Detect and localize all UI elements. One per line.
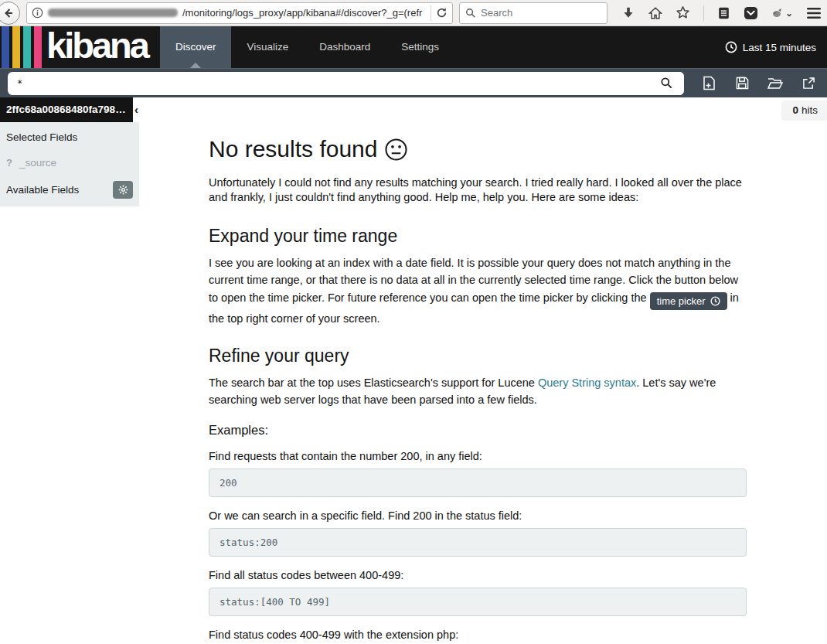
kibana-nav: Discover Visualize Dashboard Settings (160, 26, 454, 68)
time-picker-control[interactable]: Last 15 minutes (725, 26, 827, 68)
open-search-icon[interactable] (767, 76, 783, 91)
query-bar (0, 68, 827, 97)
field-item-source[interactable]: ? _source (6, 157, 133, 169)
query-input[interactable] (8, 78, 648, 89)
url-text[interactable]: /monitoring/logs_proxy/app/kibana#/disco… (182, 7, 426, 19)
query-search-button[interactable] (648, 72, 684, 95)
home-icon[interactable] (648, 6, 662, 20)
query-syntax-link[interactable]: Query String syntax (538, 377, 636, 389)
example-label: Find all status codes between 400-499: (209, 569, 747, 581)
refine-query-heading: Refine your query (209, 346, 747, 366)
bookmark-star-icon[interactable] (676, 5, 690, 20)
save-search-icon[interactable] (734, 76, 750, 91)
new-search-icon[interactable] (701, 76, 716, 91)
field-name: _source (19, 157, 56, 169)
example-label: Find requests that contain the number 20… (209, 450, 747, 462)
back-arrow-icon (2, 7, 15, 19)
example-code: status:200 (209, 528, 747, 557)
extension-icon (771, 8, 784, 19)
clock-icon (725, 41, 737, 53)
browser-search-box[interactable] (459, 2, 607, 24)
time-picker-button-label: time picker (657, 295, 706, 307)
kibana-logo[interactable]: kibana (0, 26, 148, 68)
example-item: Find requests that contain the number 20… (209, 450, 747, 497)
nav-tab-dashboard[interactable]: Dashboard (304, 26, 386, 68)
nav-tab-settings[interactable]: Settings (386, 26, 454, 68)
query-input-wrap (8, 72, 684, 95)
field-type-badge: ? (6, 157, 12, 169)
refine-query-body-1: The search bar at the top uses Elasticse… (209, 377, 535, 389)
nav-tab-visualize[interactable]: Visualize (231, 26, 304, 68)
example-code: status:[400 TO 499] (209, 588, 747, 616)
kibana-logo-text: kibana (46, 26, 148, 68)
example-item: Find status codes 400-499 with the exten… (209, 629, 747, 644)
share-icon[interactable] (801, 76, 816, 91)
time-range-body: I see you are looking at an index with a… (209, 254, 747, 327)
sidebar-collapse-icon[interactable]: ‹ (134, 103, 138, 116)
search-icon (465, 8, 476, 19)
clock-icon (710, 296, 720, 306)
reload-icon[interactable] (436, 7, 448, 19)
hamburger-menu-icon[interactable] (806, 7, 822, 19)
available-fields-heading: Available Fields (6, 184, 79, 196)
fields-sidebar: 2ffc68a00868480fa7986e... Selected Field… (0, 97, 139, 206)
example-label: Find status codes 400-499 with the exten… (209, 629, 747, 641)
nav-tab-discover[interactable]: Discover (160, 26, 232, 68)
selected-fields-heading: Selected Fields (6, 131, 133, 143)
time-range-label: Last 15 minutes (743, 42, 816, 53)
examples-heading: Examples: (209, 423, 747, 438)
refine-query-body: The search bar at the top uses Elasticse… (209, 374, 747, 409)
query-actions (684, 76, 819, 91)
example-code: 200 (209, 469, 747, 497)
no-results-content: No results found Unfortunately I could n… (209, 97, 747, 644)
time-picker-button[interactable]: time picker (650, 292, 727, 310)
time-range-heading: Expand your time range (209, 226, 747, 247)
hits-label: hits (801, 104, 818, 116)
example-item: Find all status codes between 400-499: s… (209, 569, 747, 616)
url-bar[interactable]: /monitoring/logs_proxy/app/kibana#/disco… (26, 2, 453, 24)
hits-count: 0 (792, 104, 798, 116)
gear-icon (118, 185, 128, 195)
extension-menu[interactable]: ⌄ (771, 8, 793, 19)
browser-search-input[interactable] (481, 7, 581, 19)
index-pattern-selector[interactable]: 2ffc68a00868480fa7986e... (0, 97, 133, 122)
neutral-face-icon (384, 138, 408, 162)
redacted-url-host (48, 9, 178, 17)
hits-badge: 0hits (781, 101, 827, 121)
kibana-logo-bars-icon (0, 26, 42, 68)
page-title: No results found (209, 136, 747, 162)
page-title-text: No results found (209, 136, 377, 162)
reading-list-icon[interactable] (717, 6, 730, 20)
example-label: Or we can search in a specific field. Fi… (209, 509, 747, 522)
examples-list: Find requests that contain the number 20… (209, 450, 747, 644)
info-icon[interactable] (32, 7, 43, 19)
no-results-intro: Unfortunately I could not find any resul… (209, 175, 747, 206)
browser-toolbar: /monitoring/logs_proxy/app/kibana#/disco… (0, 0, 827, 26)
available-fields-row: Available Fields (6, 181, 133, 199)
pocket-icon[interactable] (744, 6, 758, 20)
fields-panel: Selected Fields ? _source Available Fiel… (0, 122, 139, 206)
url-divider (431, 5, 431, 21)
download-icon[interactable] (621, 6, 635, 20)
field-settings-button[interactable] (113, 181, 133, 199)
search-icon (660, 77, 673, 90)
discover-page: 2ffc68a00868480fa7986e... Selected Field… (0, 97, 827, 643)
back-button[interactable] (0, 2, 20, 25)
chevron-down-icon: ⌄ (785, 8, 793, 19)
example-item: Or we can search in a specific field. Fi… (209, 509, 747, 557)
toolbar-icons: ⌄ (621, 5, 822, 21)
toolbar-divider (703, 5, 704, 21)
kibana-header: kibana Discover Visualize Dashboard Sett… (0, 26, 827, 68)
